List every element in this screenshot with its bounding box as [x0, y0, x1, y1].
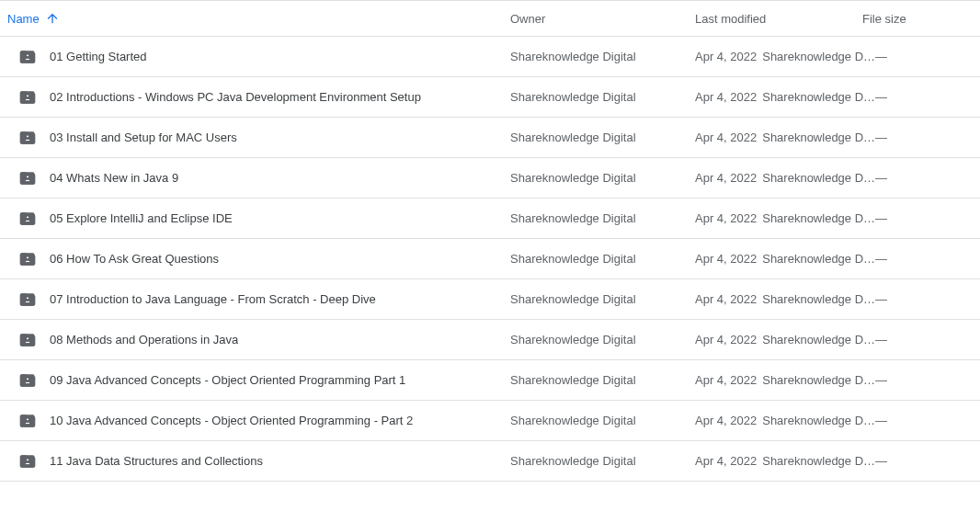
modified-date: Apr 4, 2022 — [695, 292, 757, 306]
modified-by: Shareknowledge D… — [762, 171, 875, 185]
shared-folder-icon — [18, 452, 37, 471]
modified-date: Apr 4, 2022 — [695, 211, 757, 225]
owner-cell: Shareknowledge Digital — [510, 90, 695, 104]
size-cell: — — [875, 292, 973, 306]
file-name: 10 Java Advanced Concepts - Object Orien… — [50, 414, 413, 427]
modified-by: Shareknowledge D… — [762, 454, 875, 468]
shared-folder-icon — [18, 412, 37, 430]
table-row[interactable]: 08 Methods and Operations in JavaSharekn… — [0, 320, 980, 360]
file-name: 04 Whats New in Java 9 — [50, 171, 178, 185]
modified-by: Shareknowledge D… — [762, 211, 875, 225]
size-cell: — — [875, 252, 973, 266]
owner-cell: Shareknowledge Digital — [510, 454, 695, 468]
table-row[interactable]: 10 Java Advanced Concepts - Object Orien… — [0, 401, 980, 441]
modified-by: Shareknowledge D… — [762, 333, 875, 346]
shared-folder-icon — [18, 250, 37, 268]
file-name: 09 Java Advanced Concepts - Object Orien… — [50, 373, 405, 387]
size-cell: — — [875, 90, 973, 104]
table-row[interactable]: 09 Java Advanced Concepts - Object Orien… — [0, 360, 980, 401]
table-row[interactable]: 11 Java Data Structures and CollectionsS… — [0, 441, 980, 482]
shared-folder-icon — [18, 371, 37, 390]
table-row[interactable]: 01 Getting StartedShareknowledge Digital… — [0, 37, 980, 77]
modified-by: Shareknowledge D… — [762, 131, 875, 144]
size-cell: — — [875, 373, 973, 387]
modified-cell: Apr 4, 2022Shareknowledge D… — [695, 454, 875, 468]
file-name: 03 Install and Setup for MAC Users — [50, 131, 237, 144]
owner-cell: Shareknowledge Digital — [510, 171, 695, 185]
shared-folder-icon — [18, 48, 37, 66]
file-rows: 01 Getting StartedShareknowledge Digital… — [0, 37, 980, 482]
modified-by: Shareknowledge D… — [762, 252, 875, 266]
col-header-modified[interactable]: Last modified — [695, 12, 862, 26]
sort-ascending-icon — [45, 11, 60, 26]
modified-cell: Apr 4, 2022Shareknowledge D… — [695, 50, 875, 63]
file-list-container: Name Owner Last modified File size 01 Ge… — [0, 0, 980, 482]
modified-date: Apr 4, 2022 — [695, 90, 757, 104]
modified-cell: Apr 4, 2022Shareknowledge D… — [695, 373, 875, 387]
owner-cell: Shareknowledge Digital — [510, 50, 695, 63]
modified-cell: Apr 4, 2022Shareknowledge D… — [695, 414, 875, 427]
shared-folder-icon — [18, 210, 37, 228]
size-cell: — — [875, 454, 973, 468]
file-name: 05 Explore IntelliJ and Eclipse IDE — [50, 211, 233, 225]
shared-folder-icon — [18, 331, 37, 349]
size-cell: — — [875, 50, 973, 63]
size-column-label: File size — [862, 12, 906, 26]
owner-cell: Shareknowledge Digital — [510, 292, 695, 306]
size-cell: — — [875, 171, 973, 185]
size-cell: — — [875, 131, 973, 144]
modified-cell: Apr 4, 2022Shareknowledge D… — [695, 171, 875, 185]
name-column-label: Name — [7, 12, 40, 26]
modified-by: Shareknowledge D… — [762, 90, 875, 104]
modified-cell: Apr 4, 2022Shareknowledge D… — [695, 252, 875, 266]
shared-folder-icon — [18, 88, 37, 107]
table-row[interactable]: 06 How To Ask Great QuestionsShareknowle… — [0, 239, 980, 279]
modified-cell: Apr 4, 2022Shareknowledge D… — [695, 211, 875, 225]
shared-folder-icon — [18, 129, 37, 147]
modified-cell: Apr 4, 2022Shareknowledge D… — [695, 90, 875, 104]
table-row[interactable]: 05 Explore IntelliJ and Eclipse IDEShare… — [0, 199, 980, 239]
owner-cell: Shareknowledge Digital — [510, 211, 695, 225]
col-header-name[interactable]: Name — [7, 11, 510, 26]
modified-by: Shareknowledge D… — [762, 414, 875, 427]
modified-column-label: Last modified — [695, 12, 766, 26]
table-row[interactable]: 02 Introductions - Windows PC Java Devel… — [0, 77, 980, 118]
owner-cell: Shareknowledge Digital — [510, 252, 695, 266]
modified-date: Apr 4, 2022 — [695, 171, 757, 185]
table-row[interactable]: 03 Install and Setup for MAC UsersSharek… — [0, 118, 980, 158]
modified-cell: Apr 4, 2022Shareknowledge D… — [695, 333, 875, 346]
file-name: 11 Java Data Structures and Collections — [50, 454, 263, 468]
shared-folder-icon — [18, 290, 37, 309]
size-cell: — — [875, 333, 973, 346]
owner-column-label: Owner — [510, 12, 545, 26]
owner-cell: Shareknowledge Digital — [510, 131, 695, 144]
file-name: 06 How To Ask Great Questions — [50, 252, 219, 266]
modified-date: Apr 4, 2022 — [695, 252, 757, 266]
table-row[interactable]: 07 Introduction to Java Language - From … — [0, 279, 980, 320]
size-cell: — — [875, 211, 973, 225]
file-name: 02 Introductions - Windows PC Java Devel… — [50, 90, 421, 104]
modified-date: Apr 4, 2022 — [695, 373, 757, 387]
owner-cell: Shareknowledge Digital — [510, 414, 695, 427]
modified-by: Shareknowledge D… — [762, 373, 875, 387]
modified-date: Apr 4, 2022 — [695, 333, 757, 346]
table-row[interactable]: 04 Whats New in Java 9Shareknowledge Dig… — [0, 158, 980, 199]
file-name: 01 Getting Started — [50, 50, 147, 63]
modified-cell: Apr 4, 2022Shareknowledge D… — [695, 131, 875, 144]
modified-cell: Apr 4, 2022Shareknowledge D… — [695, 292, 875, 306]
col-header-size[interactable]: File size — [862, 12, 973, 26]
modified-date: Apr 4, 2022 — [695, 454, 757, 468]
modified-date: Apr 4, 2022 — [695, 131, 757, 144]
modified-by: Shareknowledge D… — [762, 50, 875, 63]
file-name: 07 Introduction to Java Language - From … — [50, 292, 376, 306]
owner-cell: Shareknowledge Digital — [510, 373, 695, 387]
modified-date: Apr 4, 2022 — [695, 414, 757, 427]
modified-date: Apr 4, 2022 — [695, 50, 757, 63]
owner-cell: Shareknowledge Digital — [510, 333, 695, 346]
size-cell: — — [875, 414, 973, 427]
column-header-row: Name Owner Last modified File size — [0, 0, 980, 37]
shared-folder-icon — [18, 169, 37, 187]
file-name: 08 Methods and Operations in Java — [50, 333, 238, 346]
col-header-owner[interactable]: Owner — [510, 12, 695, 26]
modified-by: Shareknowledge D… — [762, 292, 875, 306]
